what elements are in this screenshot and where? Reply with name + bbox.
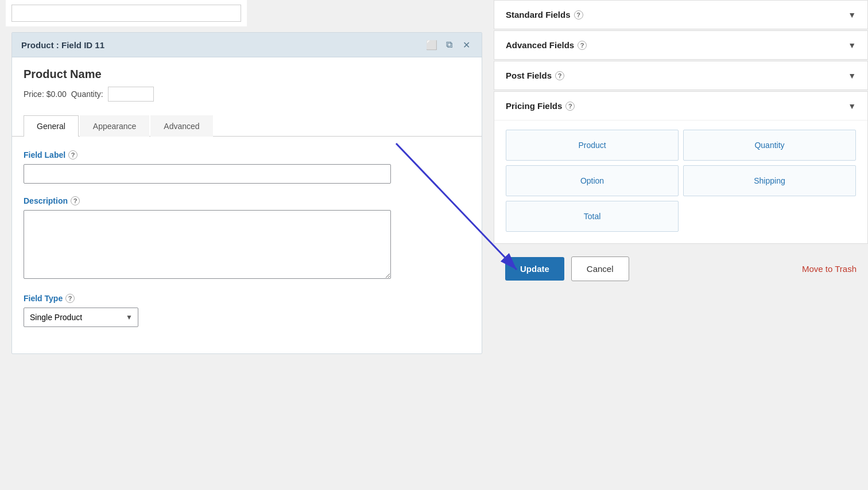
- field-type-select-wrapper: Single Product Product Checkboxes Produc…: [24, 308, 138, 327]
- tab-bar: General Appearance Advanced: [12, 115, 482, 137]
- copy-icon[interactable]: ⧉: [443, 38, 455, 51]
- pricing-btn-shipping[interactable]: Shipping: [683, 165, 856, 196]
- product-name-display: Product Name: [24, 68, 470, 81]
- post-fields-arrow: ▼: [848, 71, 856, 80]
- standard-fields-title: Standard Fields ?: [506, 10, 583, 20]
- description-textarea[interactable]: [24, 210, 391, 279]
- close-icon[interactable]: ✕: [460, 38, 472, 51]
- accordion-advanced-fields: Advanced Fields ? ▼: [494, 30, 868, 60]
- description-help-icon[interactable]: ?: [71, 196, 80, 205]
- post-fields-help-icon[interactable]: ?: [555, 71, 564, 80]
- tab-advanced[interactable]: Advanced: [150, 115, 212, 137]
- field-editor-card: Product : Field ID 11 ⬜ ⧉ ✕ Product Name…: [11, 32, 482, 354]
- post-fields-header[interactable]: Post Fields ? ▼: [494, 61, 867, 90]
- field-type-heading: Field Type ?: [24, 294, 470, 303]
- post-fields-title: Post Fields ?: [506, 71, 564, 80]
- trash-button[interactable]: Move to Trash: [802, 264, 857, 274]
- standard-fields-header[interactable]: Standard Fields ? ▼: [494, 1, 867, 29]
- price-label: Price: $0.00: [24, 90, 67, 99]
- pricing-btn-option[interactable]: Option: [506, 165, 679, 196]
- field-card-header: Product : Field ID 11 ⬜ ⧉ ✕: [12, 33, 482, 57]
- description-group: Description ?: [24, 196, 470, 281]
- action-bar: Update Cancel Move to Trash: [494, 245, 868, 293]
- field-type-group: Field Type ? Single Product Product Chec…: [24, 294, 470, 327]
- tab-content-general: Field Label ? Product Name Description ?…: [12, 137, 482, 353]
- pricing-grid: Product Quantity Option Shipping Total: [506, 130, 856, 232]
- standard-fields-help-icon[interactable]: ?: [574, 10, 583, 20]
- field-label-heading: Field Label ?: [24, 150, 470, 160]
- quantity-input[interactable]: [108, 87, 154, 102]
- header-actions: ⬜ ⧉ ✕: [425, 38, 472, 51]
- right-panel: Standard Fields ? ▼ Advanced Fields ? ▼ …: [494, 0, 868, 490]
- price-quantity-row: Price: $0.00 Quantity:: [24, 87, 470, 102]
- accordion-pricing-fields: Pricing Fields ? ▼ Product Quantity Opti…: [494, 91, 868, 244]
- tab-appearance[interactable]: Appearance: [80, 115, 150, 137]
- quantity-label: Quantity:: [71, 90, 103, 99]
- field-label-input[interactable]: Product Name: [24, 164, 391, 184]
- description-heading: Description ?: [24, 196, 470, 205]
- field-type-help-icon[interactable]: ?: [65, 294, 75, 303]
- product-preview: Product Name Price: $0.00 Quantity:: [12, 57, 482, 115]
- accordion-standard-fields: Standard Fields ? ▼: [494, 0, 868, 29]
- pricing-btn-total[interactable]: Total: [506, 201, 679, 232]
- advanced-fields-arrow: ▼: [848, 41, 856, 50]
- field-label-group: Field Label ? Product Name: [24, 150, 470, 184]
- pricing-fields-help-icon[interactable]: ?: [565, 102, 575, 111]
- pricing-btn-quantity[interactable]: Quantity: [683, 130, 856, 161]
- pricing-btn-product[interactable]: Product: [506, 130, 679, 161]
- top-search-input[interactable]: [11, 5, 241, 22]
- tab-general[interactable]: General: [24, 115, 79, 137]
- field-label-help-icon[interactable]: ?: [68, 150, 78, 160]
- pricing-fields-header[interactable]: Pricing Fields ? ▼: [494, 92, 867, 120]
- advanced-fields-header[interactable]: Advanced Fields ? ▼: [494, 31, 867, 59]
- pricing-fields-arrow: ▼: [848, 102, 856, 111]
- field-type-select[interactable]: Single Product Product Checkboxes Produc…: [24, 308, 138, 327]
- standard-fields-arrow: ▼: [848, 10, 856, 20]
- pricing-fields-content: Product Quantity Option Shipping Total: [494, 120, 867, 243]
- advanced-fields-help-icon[interactable]: ?: [578, 41, 587, 50]
- pricing-fields-title: Pricing Fields ?: [506, 101, 575, 111]
- update-button[interactable]: Update: [505, 257, 564, 281]
- field-id-title: Product : Field ID 11: [21, 40, 104, 50]
- expand-icon[interactable]: ⬜: [425, 38, 438, 51]
- advanced-fields-title: Advanced Fields ?: [506, 40, 587, 50]
- accordion-post-fields: Post Fields ? ▼: [494, 61, 868, 90]
- cancel-button[interactable]: Cancel: [571, 256, 629, 281]
